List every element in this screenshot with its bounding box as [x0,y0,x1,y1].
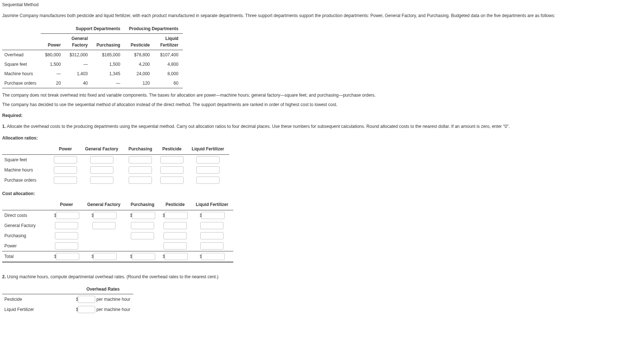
budget-data-table: Support Departments Producing Department… [2,24,183,88]
per-mh-label: per machine hour [96,307,130,312]
cost-direct-liq[interactable] [201,212,225,219]
ratio-sqft-pest[interactable] [160,156,184,163]
requirement-2: 2. Using machine hours, compute departme… [2,274,642,280]
cost-direct-pest[interactable] [165,212,188,219]
cost-direct-purch[interactable] [132,212,155,219]
table-row: Overhead $80,000 $312,000 $165,000 $78,8… [2,50,183,60]
col-liquid-fertilizer: LiquidFertilizer [154,34,183,50]
ratio-mh-liq[interactable] [196,166,220,174]
table-row: Machine hours [2,165,229,175]
table-row: Purchase orders [2,175,229,185]
cost-power-power[interactable] [55,242,78,250]
cost-total-power[interactable] [56,253,79,260]
table-row: Pesticide $ per machine hour [2,294,133,305]
alloc-col-purchasing: Purchasing [123,143,157,155]
overhead-rates-table: Overhead Rates Pesticide $ per machine h… [2,284,133,315]
cost-purch-power[interactable] [55,232,78,239]
cost-gf-pest[interactable] [164,222,187,229]
rate-pesticide[interactable] [78,296,95,303]
allocation-ratios-table: Power General Factory Purchasing Pestici… [2,143,229,185]
page-title: Sequential Method [2,1,642,8]
ratio-mh-pest[interactable] [160,166,184,174]
cost-direct-gf[interactable] [93,212,117,219]
table-row: Direct costs $ $ $ $ $ [2,210,233,221]
table-row-total: Total $ $ $ $ $ [2,251,233,262]
group-header-support: Support Departments [41,24,125,34]
cost-allocation-table: Power General Factory Purchasing Pestici… [2,199,233,263]
col-general-factory: GeneralFactory [65,34,92,50]
ratio-po-gf[interactable] [90,177,113,184]
ratio-po-pest[interactable] [160,177,184,184]
table-row: Purchasing [2,231,233,241]
cost-col-pesticide: Pesticide [160,199,191,210]
ratio-sqft-liq[interactable] [196,156,220,163]
table-row: Liquid Fertilizer $ per machine hour [2,304,133,315]
cost-col-power: Power [51,199,82,210]
table-row: Square feet [2,155,229,165]
cost-gf-gf[interactable] [92,222,116,229]
ratio-sqft-purch[interactable] [129,156,152,163]
cost-power-pest[interactable] [164,242,187,250]
ratio-mh-gf[interactable] [90,166,113,174]
cost-purch-liq[interactable] [200,232,224,239]
ratio-po-liq[interactable] [196,177,220,184]
table-row: Machine hours — 1,403 1,345 24,000 8,000 [2,69,183,78]
requirement-1: 1. Allocate the overhead costs to the pr… [2,123,642,130]
col-power: Power [41,34,65,50]
ratio-sqft-power[interactable] [54,156,77,163]
group-header-producing: Producing Departments [125,24,183,34]
alloc-col-liquid-fertilizer: Liquid Fertilizer [186,143,229,155]
table-row: Square feet 1,500 — 1,500 4,200 4,800 [2,60,183,69]
table-row: General Factory [2,221,233,231]
cost-col-general-factory: General Factory [82,199,125,210]
note-sequential-method: The company has decided to use the seque… [2,101,642,108]
ratio-sqft-gf[interactable] [90,156,113,163]
cost-col-purchasing: Purchasing [125,199,159,210]
col-purchasing: Purchasing [92,34,125,50]
cost-purch-purch[interactable] [131,232,154,239]
alloc-col-power: Power [51,143,80,155]
rates-header: Overhead Rates [73,284,133,294]
cost-gf-power[interactable] [55,222,78,229]
cost-direct-power[interactable] [56,212,79,219]
ratio-po-power[interactable] [54,177,77,184]
cost-allocation-title: Cost allocation: [2,190,642,197]
cost-gf-purch[interactable] [131,222,154,229]
cost-total-purch[interactable] [132,253,155,260]
rate-liquid-fertilizer[interactable] [78,306,95,313]
note-allocation-bases: The company does not break overhead into… [2,92,642,98]
table-row: Power [2,241,233,251]
ratio-mh-power[interactable] [54,166,77,174]
cost-col-liquid-fertilizer: Liquid Fertilizer [191,199,233,210]
ratio-mh-purch[interactable] [129,166,152,174]
cost-gf-liq[interactable] [200,222,224,229]
intro-text: Jasmine Company manufactures both pestic… [2,12,642,19]
allocation-ratios-title: Allocation ratios: [2,135,642,141]
cost-total-gf[interactable] [93,253,117,260]
cost-power-liq[interactable] [200,242,224,250]
alloc-col-general-factory: General Factory [80,143,123,155]
ratio-po-purch[interactable] [129,177,152,184]
cost-purch-pest[interactable] [164,232,187,239]
required-label: Required: [2,112,642,119]
col-pesticide: Pesticide [125,34,154,50]
alloc-col-pesticide: Pesticide [157,143,187,155]
table-row: Purchase orders 20 40 — 120 60 [2,78,183,88]
cost-total-liq[interactable] [201,253,225,260]
per-mh-label: per machine hour [96,297,130,302]
cost-total-pest[interactable] [165,253,188,260]
